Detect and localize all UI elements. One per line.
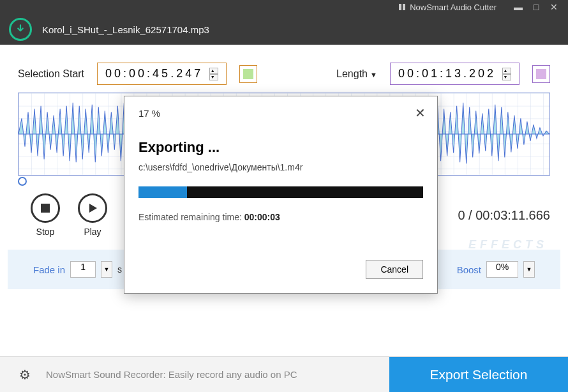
svg-rect-1 (403, 4, 405, 10)
selection-start-value: 00:00:45.247 (105, 67, 203, 80)
cancel-button[interactable]: Cancel (366, 260, 423, 279)
start-color-swatch[interactable] (239, 65, 257, 83)
fade-in-dropdown[interactable]: ▼ (101, 261, 112, 278)
app-logo-icon (398, 3, 406, 11)
boost-dropdown[interactable]: ▼ (523, 261, 535, 278)
length-label[interactable]: Length▼ (336, 68, 377, 80)
export-dialog: 17 % ✕ Exporting ... c:\users\fdfd_\oned… (124, 96, 438, 294)
time-display: 0 / 00:03:11.666 (458, 208, 550, 223)
stop-label: Stop (36, 227, 55, 237)
chevron-down-icon: ▼ (370, 71, 377, 79)
svg-rect-3 (41, 204, 50, 213)
dialog-close-button[interactable]: ✕ (415, 105, 426, 121)
length-value: 00:01:13.202 (398, 67, 496, 80)
length-input[interactable]: 00:01:13.202 ▲▼ (390, 63, 519, 85)
close-button[interactable]: ✕ (545, 0, 563, 14)
titlebar: NowSmart Audio Cutter ▬ □ ✕ (0, 0, 568, 14)
playhead-thumb[interactable] (18, 177, 27, 186)
selection-start-stepper[interactable]: ▲▼ (209, 68, 218, 80)
selection-start-input[interactable]: 00:00:45.247 ▲▼ (97, 63, 227, 85)
stop-button[interactable]: Stop (31, 193, 60, 237)
boost-label: Boost (457, 264, 481, 275)
footer: ⚙ NowSmart Sound Recorder: Easily record… (0, 356, 568, 392)
fade-in-unit: s (117, 264, 122, 275)
length-color-swatch[interactable] (532, 65, 550, 83)
export-eta: Estimated remaining time: 00:00:03 (138, 212, 423, 222)
stop-icon (40, 203, 50, 213)
effects-header: EFFECTS (468, 238, 548, 252)
export-path: c:\users\fdfd_\onedrive\Документы\1.m4r (138, 162, 423, 172)
download-arrow-icon (15, 24, 26, 35)
play-label: Play (84, 227, 101, 237)
file-name-label: Korol_i_SHut_-_Lesnik_62571704.mp3 (42, 24, 209, 35)
export-progress-fill (138, 186, 187, 198)
boost-input[interactable]: 0% (486, 261, 518, 278)
fade-in-label: Fade in (33, 264, 65, 275)
footer-promo: NowSmart Sound Recorder: Easily record a… (46, 369, 297, 380)
maximize-button[interactable]: □ (527, 0, 545, 14)
app-name-label: NowSmart Audio Cutter (398, 3, 497, 12)
app-logo (9, 18, 32, 41)
export-title: Exporting ... (138, 139, 423, 156)
selection-controls: Selection Start 00:00:45.247 ▲▼ Length▼ … (0, 45, 568, 93)
fade-in-input[interactable]: 1 (70, 261, 96, 278)
export-selection-button[interactable]: Export Selection (389, 357, 568, 393)
gear-icon[interactable]: ⚙ (19, 367, 31, 382)
play-button[interactable]: Play (78, 193, 107, 237)
play-icon (87, 202, 98, 214)
selection-start-label: Selection Start (18, 68, 84, 80)
svg-rect-0 (399, 4, 401, 10)
header: Korol_i_SHut_-_Lesnik_62571704.mp3 (0, 14, 568, 45)
export-progress-bar (138, 186, 423, 198)
minimize-button[interactable]: ▬ (509, 0, 527, 14)
export-percent: 17 % (138, 108, 423, 119)
length-stepper[interactable]: ▲▼ (502, 68, 511, 80)
